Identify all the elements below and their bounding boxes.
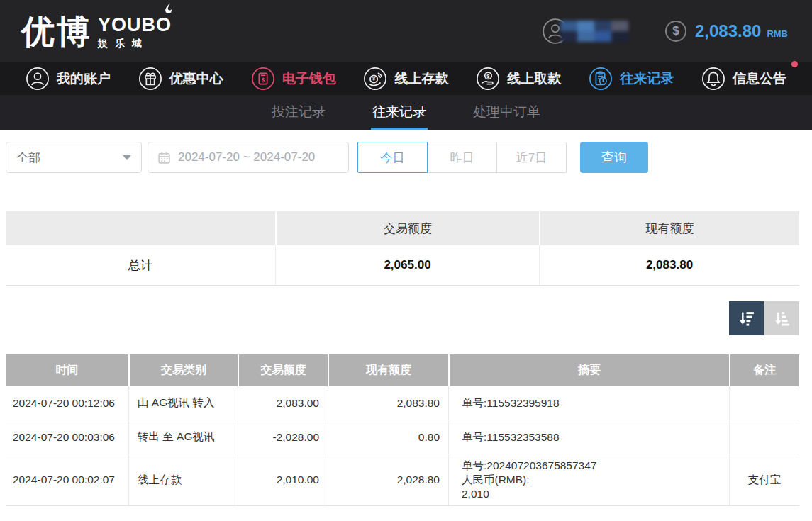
record-tabs: 投注记录 往来记录 处理中订单 [0, 95, 812, 130]
cell-balance: 0.80 [328, 420, 448, 454]
summary-header-balance: 现有额度 [539, 211, 799, 245]
sort-descending-icon [737, 309, 756, 328]
cell-balance: 2,083.80 [328, 386, 448, 420]
nav-item-online-withdrawal[interactable]: $ 线上取款 [476, 67, 561, 91]
table-row: 2024-07-20 00:02:07 线上存款 2,010.00 2,028.… [6, 454, 799, 506]
last-7-days-button[interactable]: 近7日 [496, 142, 567, 173]
user-icon [26, 67, 50, 91]
col-header-balance: 现有额度 [328, 354, 448, 386]
account-balance[interactable]: $ 2,083.80 RMB [665, 21, 788, 42]
summary-header-trade: 交易额度 [275, 211, 539, 245]
summary-table: 交易额度 现有额度 总计 2,065.00 2,083.80 [6, 211, 799, 286]
cell-amount: 2,083.00 [238, 386, 328, 420]
withdraw-icon: $ [476, 67, 500, 91]
logo-subtitle: 娱乐城 [98, 38, 172, 50]
sort-descending-button[interactable] [729, 301, 764, 335]
col-header-time: 时间 [6, 354, 128, 386]
summary-header-empty [6, 211, 275, 245]
tab-transaction-records[interactable]: 往来记录 [371, 95, 428, 130]
svg-text:¥: ¥ [372, 76, 376, 82]
svg-text:$: $ [261, 77, 265, 84]
cell-amount: -2,028.00 [238, 420, 328, 454]
cell-summary: 单号:115532395918 [448, 386, 729, 420]
notification-dot [791, 61, 798, 67]
bell-icon [701, 67, 725, 91]
filter-row: 全部 2024-07-20 ~ 2024-07-20 今日 昨日 近7日 查询 [6, 142, 799, 173]
user-account[interactable] [542, 18, 628, 45]
cell-type: 由 AG视讯 转入 [128, 386, 238, 420]
cell-time: 2024-07-20 00:03:06 [6, 420, 128, 454]
cell-amount: 2,010.00 [238, 454, 328, 506]
logo-chinese: 优博 [21, 15, 92, 48]
content-area: 全部 2024-07-20 ~ 2024-07-20 今日 昨日 近7日 查询 … [0, 130, 812, 506]
cell-time: 2024-07-20 00:12:06 [6, 386, 128, 420]
balance-amount: 2,083.80 [695, 21, 761, 41]
col-header-note: 备注 [729, 354, 799, 386]
balance-currency: RMB [767, 24, 788, 39]
flame-icon [163, 3, 174, 17]
quick-date-buttons: 今日 昨日 近7日 [357, 142, 567, 173]
summary-trade-total: 2,065.00 [275, 245, 539, 286]
table-row: 2024-07-20 00:03:06 转出 至 AG视讯 -2,028.00 … [6, 420, 799, 454]
calendar-icon [157, 151, 171, 164]
col-header-amount: 交易额度 [238, 354, 328, 386]
cell-summary: 单号:115532353588 [448, 420, 729, 454]
gift-icon [138, 67, 162, 91]
nav-item-online-deposit[interactable]: ¥ 线上存款 [363, 67, 448, 91]
wallet-icon: $ [251, 67, 275, 91]
table-row: 2024-07-20 00:12:06 由 AG视讯 转入 2,083.00 2… [6, 386, 799, 420]
yesterday-button[interactable]: 昨日 [427, 142, 497, 173]
cell-note [729, 420, 799, 454]
type-select[interactable]: 全部 [6, 142, 142, 173]
summary-balance-total: 2,083.80 [539, 245, 799, 286]
nav-item-announcements[interactable]: 信息公告 [701, 67, 786, 91]
col-header-summary: 摘要 [448, 354, 729, 386]
summary-header-row: 交易额度 现有额度 [6, 211, 799, 245]
col-header-type: 交易类别 [128, 354, 238, 386]
date-range-value: 2024-07-20 ~ 2024-07-20 [178, 150, 315, 164]
cell-time: 2024-07-20 00:02:07 [6, 454, 128, 506]
query-button[interactable]: 查询 [580, 142, 648, 173]
sort-ascending-icon [772, 309, 791, 328]
nav-item-e-wallet[interactable]: $ 电子钱包 [251, 67, 336, 91]
censored-username [560, 21, 628, 42]
cell-note: 支付宝 [729, 454, 799, 506]
top-header-bar: 优博 YOUBO 娱乐城 $ 2,083.80 RMB [0, 0, 812, 62]
dollar-coin-icon: $ [665, 21, 686, 42]
logo-english: YOUBO [98, 15, 172, 36]
cell-note [729, 386, 799, 420]
records-table: 时间 交易类别 交易额度 现有额度 摘要 备注 2024-07-20 00:12… [6, 354, 799, 506]
site-logo[interactable]: 优博 YOUBO 娱乐城 [21, 12, 172, 51]
records-header-row: 时间 交易类别 交易额度 现有额度 摘要 备注 [6, 354, 799, 386]
cell-type: 转出 至 AG视讯 [128, 420, 238, 454]
today-button[interactable]: 今日 [357, 142, 428, 173]
main-navigation: 我的账户 优惠中心 $ 电子钱包 ¥ 线上存款 $ 线上取款 [0, 62, 812, 95]
records-icon [589, 67, 613, 91]
tab-pending-orders[interactable]: 处理中订单 [472, 95, 542, 130]
chevron-down-icon [123, 155, 131, 160]
sort-ascending-button[interactable] [764, 301, 799, 335]
type-select-value: 全部 [16, 150, 40, 166]
nav-item-transaction-records[interactable]: 往来记录 [589, 67, 674, 91]
cell-balance: 2,028.80 [328, 454, 448, 506]
cell-summary: 单号:202407203675857347 人民币(RMB): 2,010 [448, 454, 729, 506]
date-range-input[interactable]: 2024-07-20 ~ 2024-07-20 [148, 142, 349, 173]
sort-controls [6, 301, 799, 335]
deposit-icon: ¥ [363, 67, 387, 91]
nav-item-promotions[interactable]: 优惠中心 [138, 67, 223, 91]
tab-betting-records[interactable]: 投注记录 [270, 95, 327, 130]
summary-total-label: 总计 [6, 245, 275, 286]
cell-type: 线上存款 [128, 454, 238, 506]
nav-item-my-account[interactable]: 我的账户 [26, 67, 111, 91]
summary-total-row: 总计 2,065.00 2,083.80 [6, 245, 799, 286]
